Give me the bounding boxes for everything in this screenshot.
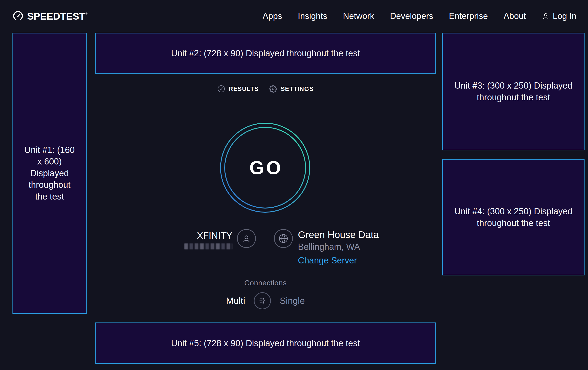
globe-icon xyxy=(274,229,293,248)
connections-option-single[interactable]: Single xyxy=(280,296,305,306)
connections-toggle[interactable] xyxy=(254,292,271,309)
brand-name: SPEEDTEST® xyxy=(27,11,87,22)
speedometer-gauge-icon xyxy=(13,11,23,21)
tab-results-label: RESULTS xyxy=(229,85,259,92)
ad-unit-2-text: Unit #2: (728 x 90) Displayed throughout… xyxy=(171,48,360,59)
connection-info: XFINITY Green House Data Bellingham, WA … xyxy=(95,225,436,274)
ad-unit-4[interactable]: Unit #4: (300 x 250) Displayed throughou… xyxy=(442,159,585,275)
nav-item-network[interactable]: Network xyxy=(343,11,374,21)
speedtest-logo[interactable]: SPEEDTEST® xyxy=(13,11,87,22)
multi-connection-arrows-icon xyxy=(257,296,268,306)
ad-unit-3-text: Unit #3: (300 x 250) Displayed throughou… xyxy=(452,80,575,103)
isp-user-icon xyxy=(237,229,256,248)
go-button-label: GO xyxy=(247,157,283,179)
nav-item-about[interactable]: About xyxy=(504,11,526,21)
ad-unit-5-text: Unit #5: (728 x 90) Displayed throughout… xyxy=(171,338,360,349)
nav-item-enterprise[interactable]: Enterprise xyxy=(449,11,488,21)
check-circle-icon xyxy=(217,85,225,93)
login-button[interactable]: Log In xyxy=(542,11,577,21)
connections-toggle-row: Multi Single xyxy=(95,292,436,309)
isp-name: XFINITY xyxy=(184,230,232,241)
nav-item-insights[interactable]: Insights xyxy=(298,11,327,21)
go-button[interactable]: GO xyxy=(220,122,311,213)
ad-unit-4-text: Unit #4: (300 x 250) Displayed throughou… xyxy=(452,206,575,229)
server-name: Green House Data xyxy=(298,229,379,240)
tab-settings-label: SETTINGS xyxy=(281,85,314,92)
results-settings-tabs: RESULTS SETTINGS xyxy=(95,85,436,93)
ad-unit-1-text: Unit #1: (160 x 600) Displayed throughou… xyxy=(23,144,76,202)
nav-item-apps[interactable]: Apps xyxy=(262,11,282,21)
gear-icon xyxy=(269,85,277,93)
nav-item-developers[interactable]: Developers xyxy=(390,11,433,21)
ad-unit-5[interactable]: Unit #5: (728 x 90) Displayed throughout… xyxy=(95,322,436,364)
main-nav: Apps Insights Network Developers Enterpr… xyxy=(262,11,577,21)
server-group: Green House Data Bellingham, WA Change S… xyxy=(274,229,379,266)
connections-option-multi[interactable]: Multi xyxy=(226,296,245,306)
ad-unit-3[interactable]: Unit #3: (300 x 250) Displayed throughou… xyxy=(442,33,585,150)
tab-settings[interactable]: SETTINGS xyxy=(269,85,314,93)
login-label: Log In xyxy=(553,11,577,21)
connections-section: Connections Multi Single xyxy=(95,279,436,309)
user-icon xyxy=(542,12,550,20)
ip-address-redacted xyxy=(184,243,232,249)
isp-group: XFINITY xyxy=(184,229,256,249)
connections-label: Connections xyxy=(95,279,436,287)
ad-unit-2[interactable]: Unit #2: (728 x 90) Displayed throughout… xyxy=(95,33,436,74)
trademark-symbol: ® xyxy=(85,12,87,15)
top-nav-bar: SPEEDTEST® Apps Insights Network Develop… xyxy=(0,0,588,32)
tab-results[interactable]: RESULTS xyxy=(217,85,259,93)
change-server-link[interactable]: Change Server xyxy=(298,256,357,266)
server-location: Bellingham, WA xyxy=(298,242,379,252)
ad-unit-1[interactable]: Unit #1: (160 x 600) Displayed throughou… xyxy=(12,33,87,314)
